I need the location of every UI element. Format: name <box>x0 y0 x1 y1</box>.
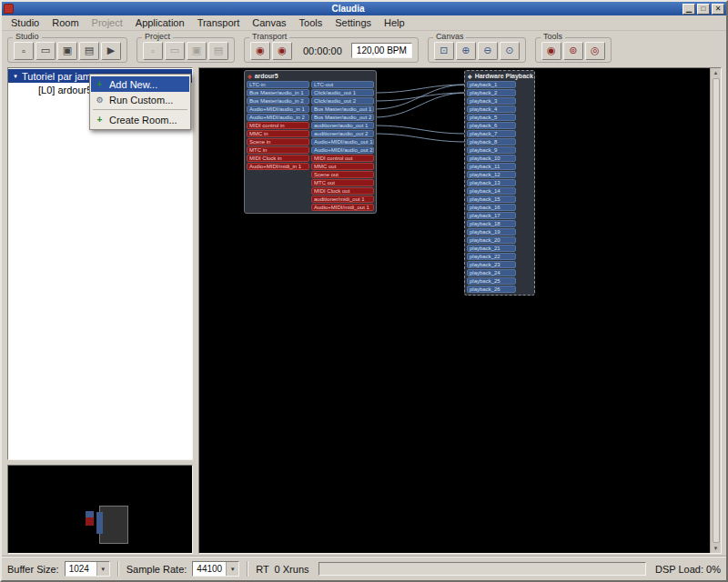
menu-canvas[interactable]: Canvas <box>246 16 292 29</box>
audio-port[interactable]: Bus Master/audio_out 2 <box>311 114 374 121</box>
midi-port[interactable]: MIDI Clock in <box>247 155 309 162</box>
audio-port[interactable]: auditioner/audio_out 1 <box>311 122 374 129</box>
configure-jack-button[interactable]: ◉ <box>541 42 561 60</box>
connection-wire[interactable] <box>374 134 467 142</box>
audio-port[interactable]: playback_1 <box>467 81 516 88</box>
midi-port[interactable]: Scene out <box>311 171 374 178</box>
canvas-node[interactable]: ◆ardour5LTC-inBus Master/audio_in 1Bus M… <box>244 70 377 214</box>
load-studio-button[interactable]: ▭ <box>35 42 56 60</box>
titlebar[interactable]: Claudia ▁ □ ✕ <box>2 2 726 15</box>
maximize-button[interactable]: □ <box>697 4 710 15</box>
audio-port[interactable]: playback_19 <box>467 228 516 236</box>
audio-port[interactable]: playback_17 <box>467 212 516 219</box>
audio-port[interactable]: playback_15 <box>467 196 516 203</box>
audio-port[interactable]: playback_3 <box>467 97 516 105</box>
zoom-fit-button[interactable]: ⊡ <box>434 42 454 60</box>
sample-rate-select[interactable]: 44100 ▼ <box>192 561 239 577</box>
new-studio-button[interactable]: ▫ <box>14 42 34 60</box>
audio-port[interactable]: playback_24 <box>467 269 516 276</box>
connection-wire[interactable] <box>374 93 467 117</box>
render-tool-button[interactable]: ⊚ <box>563 42 583 60</box>
audio-port[interactable]: playback_25 <box>467 277 516 285</box>
context-menu-item[interactable]: +Add New... <box>91 76 189 92</box>
menu-project[interactable]: Project <box>86 16 129 29</box>
connection-wire[interactable] <box>374 125 467 134</box>
audio-port[interactable]: playback_10 <box>467 155 516 162</box>
audio-port[interactable]: playback_21 <box>467 245 516 252</box>
audio-port[interactable]: playback_6 <box>467 122 516 129</box>
audio-port[interactable]: playback_8 <box>467 138 516 146</box>
audio-port[interactable]: Click/audio_out 2 <box>311 97 374 105</box>
midi-port[interactable]: auditioner/midi_out 1 <box>311 196 374 203</box>
audio-port[interactable]: Audio+MIDI/audio_out 1 <box>311 138 374 146</box>
transport-stop-button[interactable]: ◉ <box>272 42 292 60</box>
connection-wire[interactable] <box>374 93 467 101</box>
audio-port[interactable]: playback_2 <box>467 89 516 96</box>
close-button[interactable]: ✕ <box>712 4 724 15</box>
audio-port[interactable]: playback_26 <box>467 286 516 293</box>
zoom-in-button[interactable]: ⊕ <box>456 42 476 60</box>
context-menu-item[interactable]: ⚙Run Custom... <box>91 92 189 107</box>
expander-icon[interactable]: ▾ <box>11 73 20 80</box>
audio-port[interactable]: playback_11 <box>467 163 516 170</box>
start-studio-button[interactable]: ▶ <box>101 42 121 60</box>
save-studio-button[interactable]: ▣ <box>57 42 77 60</box>
audio-port[interactable]: playback_16 <box>467 204 516 211</box>
audio-port[interactable]: playback_9 <box>467 146 516 154</box>
audio-port[interactable]: playback_18 <box>467 220 516 227</box>
scrollbar-thumb[interactable] <box>713 78 720 543</box>
midi-port[interactable]: Audio+MIDI/midi_in 1 <box>247 163 309 170</box>
canvas[interactable]: ◆ardour5LTC-inBus Master/audio_in 1Bus M… <box>199 68 710 553</box>
midi-port[interactable]: MIDI control out <box>311 155 374 162</box>
audio-port[interactable]: Bus Master/audio_in 1 <box>247 89 309 96</box>
audio-port[interactable]: Audio+MIDI/audio_in 1 <box>247 105 309 113</box>
audio-port[interactable]: LTC-out <box>311 81 374 88</box>
menu-application[interactable]: Application <box>129 16 191 29</box>
menu-tools[interactable]: Tools <box>293 16 329 29</box>
audio-port[interactable]: playback_7 <box>467 130 516 137</box>
audio-port[interactable]: playback_23 <box>467 261 516 268</box>
canvas-overview[interactable] <box>7 465 193 554</box>
scroll-up-icon[interactable]: ▲ <box>713 68 719 77</box>
audio-port[interactable]: playback_12 <box>467 171 516 178</box>
audio-port[interactable]: playback_13 <box>467 179 516 186</box>
scroll-down-icon[interactable]: ▼ <box>713 544 719 553</box>
buffer-size-select[interactable]: 1024 ▼ <box>65 561 110 577</box>
audio-port[interactable]: playback_14 <box>467 187 516 195</box>
audio-port[interactable]: playback_20 <box>467 236 516 244</box>
chevron-down-icon[interactable]: ▼ <box>226 562 238 576</box>
audio-port[interactable]: LTC-in <box>247 81 309 88</box>
zoom-100-button[interactable]: ⊙ <box>500 42 520 60</box>
logs-tool-button[interactable]: ◎ <box>585 42 605 60</box>
audio-port[interactable]: Audio+MIDI/audio_out 2 <box>311 146 374 154</box>
menu-transport[interactable]: Transport <box>191 16 247 29</box>
midi-port[interactable]: Scene in <box>247 138 309 146</box>
transport-play-button[interactable]: ◉ <box>250 42 270 60</box>
audio-port[interactable]: Audio+MIDI/audio_in 2 <box>247 114 309 121</box>
midi-port[interactable]: Audio+MIDI/midi_out 1 <box>311 204 374 211</box>
audio-port[interactable]: playback_4 <box>467 105 516 113</box>
midi-port[interactable]: MIDI Clock out <box>311 187 374 195</box>
midi-port[interactable]: MMC out <box>311 163 374 170</box>
menu-room[interactable]: Room <box>46 16 85 29</box>
canvas-node[interactable]: ◆Hardware Playbackplayback_1playback_2pl… <box>464 70 535 296</box>
audio-port[interactable]: auditioner/audio_out 2 <box>311 130 374 137</box>
midi-port[interactable]: MTC in <box>247 146 309 154</box>
zoom-out-button[interactable]: ⊖ <box>478 42 498 60</box>
context-menu-item[interactable]: +Create Room... <box>91 112 189 127</box>
transport-bpm-field[interactable]: 120,00 BPM <box>351 43 412 58</box>
audio-port[interactable]: Click/audio_out 1 <box>311 89 374 96</box>
overview-viewport[interactable] <box>99 506 128 544</box>
menu-settings[interactable]: Settings <box>329 16 378 29</box>
audio-port[interactable]: playback_22 <box>467 253 516 260</box>
audio-port[interactable]: playback_5 <box>467 114 516 121</box>
connection-wire[interactable] <box>374 85 467 109</box>
canvas-vertical-scrollbar[interactable]: ▲ ▼ <box>710 68 721 553</box>
menu-help[interactable]: Help <box>378 16 411 29</box>
menu-studio[interactable]: Studio <box>5 16 46 29</box>
chevron-down-icon[interactable]: ▼ <box>96 562 109 576</box>
midi-port[interactable]: MMC in <box>247 130 309 137</box>
connection-wire[interactable] <box>374 85 467 93</box>
save-as-studio-button[interactable]: ▤ <box>79 42 99 60</box>
midi-port[interactable]: MIDI control in <box>247 122 309 129</box>
